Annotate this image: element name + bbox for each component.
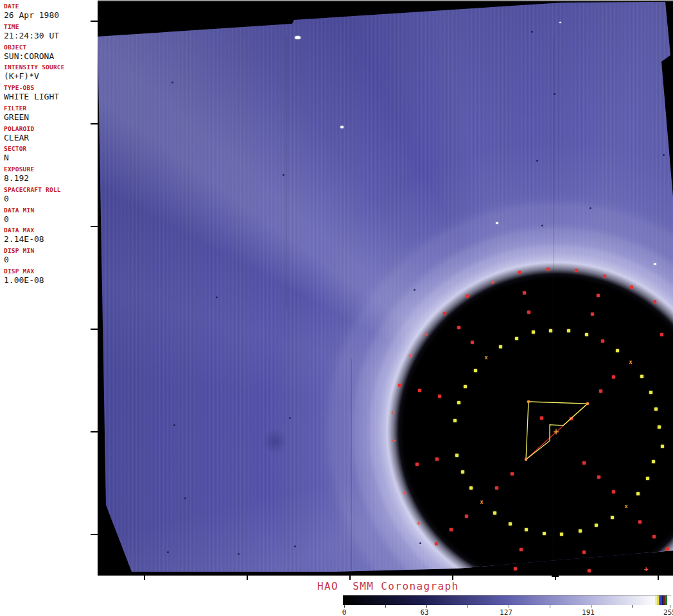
left-axis-tick [91, 431, 98, 432]
colorbar-tick [509, 605, 509, 608]
metadata-row: SPACECRAFT ROLL 0 [4, 187, 98, 203]
metadata-label: INTENSITY SOURCE [4, 64, 98, 71]
metadata-value: 0 [4, 194, 98, 203]
metadata-value: CLEAR [4, 133, 98, 142]
metadata-label: EXPOSURE [4, 166, 98, 173]
metadata-label: SECTOR [4, 146, 98, 152]
colorbar-tick-label: 0 [342, 608, 347, 616]
metadata-row: DATE 26 Apr 1980 [4, 3, 98, 20]
frame-top-edge-line [98, 0, 673, 1]
metadata-label: POLAROID [4, 126, 98, 132]
metadata-row: TYPE-OBS WHITE LIGHT [4, 85, 98, 101]
metadata-value: 1.00E-08 [4, 276, 98, 285]
bottom-axis-cross-tick [552, 576, 559, 577]
coronagraph-viewer: DATE 26 Apr 1980 TIME 21:24:30 UT OBJECT… [0, 0, 673, 616]
metadata-value: 8.192 [4, 174, 98, 183]
metadata-label: DISP MAX [4, 268, 98, 275]
colorbar-tick [632, 605, 633, 608]
intensity-colorbar: 063127191255 [343, 595, 671, 605]
colorbar-tick [670, 605, 670, 608]
metadata-value: WHITE LIGHT [4, 92, 98, 101]
metadata-value: N [4, 153, 98, 162]
metadata-label: TYPE-OBS [4, 85, 98, 91]
bottom-axis-tick [144, 574, 145, 580]
metadata-label: OBJECT [4, 44, 98, 51]
colorbar-tick [385, 605, 386, 608]
metadata-row: DATA MIN 0 [4, 207, 98, 224]
colorbar-tick-label: 191 [582, 608, 595, 616]
metadata-row: TIME 21:24:30 UT [4, 24, 98, 40]
metadata-row: POLAROID CLEAR [4, 126, 98, 142]
metadata-row: SECTOR N [4, 146, 98, 162]
left-axis-tick [91, 329, 98, 330]
colorbar-end-stripe [665, 595, 667, 605]
annotation-overlay [98, 0, 673, 576]
colorbar-end-stripes [655, 595, 667, 605]
metadata-row: OBJECT SUN:CORONA [4, 44, 98, 61]
metadata-value: 0 [4, 215, 98, 224]
left-axis-tick [91, 123, 98, 124]
colorbar-tick-label: 127 [500, 608, 512, 616]
left-axis-tick [91, 21, 98, 22]
metadata-label: DISP MIN [4, 248, 98, 254]
colorbar-tick [468, 605, 468, 608]
metadata-label: DATE [4, 3, 98, 10]
colorbar-tick-label: 63 [420, 608, 428, 616]
bottom-axis-tick [452, 574, 453, 580]
metadata-row: EXPOSURE 8.192 [4, 166, 98, 183]
metadata-row: DISP MAX 1.00E-08 [4, 268, 98, 285]
instrument-title: HAO SMM Coronagraph [317, 580, 459, 592]
metadata-value: 21:24:30 UT [4, 31, 98, 40]
metadata-row: DATA MAX 2.14E-08 [4, 227, 98, 244]
metadata-row: FILTER GREEN [4, 105, 98, 122]
left-axis-tick [91, 534, 98, 535]
colorbar-tick [426, 605, 427, 608]
metadata-label: DATA MAX [4, 227, 98, 234]
metadata-value: 0 [4, 255, 98, 264]
bottom-axis-tick [349, 574, 351, 580]
bottom-axis-tick [247, 574, 248, 580]
metadata-label: FILTER [4, 105, 98, 112]
metadata-sidebar: DATE 26 Apr 1980 TIME 21:24:30 UT OBJECT… [0, 0, 98, 616]
image-viewport: ++++++++xxxx [98, 0, 673, 576]
metadata-label: TIME [4, 24, 98, 30]
colorbar-tick-label: 255 [663, 608, 673, 616]
metadata-value: 26 Apr 1980 [4, 11, 98, 20]
metadata-value: GREEN [4, 113, 98, 122]
metadata-value: SUN:CORONA [4, 52, 98, 61]
metadata-value: (K+F)*V [4, 72, 98, 81]
left-axis-tick [91, 226, 98, 227]
colorbar-tick [344, 605, 345, 608]
metadata-row: INTENSITY SOURCE (K+F)*V [4, 64, 98, 81]
colorbar-tick [591, 605, 591, 608]
metadata-value: 2.14E-08 [4, 235, 98, 244]
metadata-label: SPACECRAFT ROLL [4, 187, 98, 193]
metadata-row: DISP MIN 0 [4, 248, 98, 264]
metadata-label: DATA MIN [4, 207, 98, 214]
bottom-axis-tick [658, 574, 659, 580]
colorbar-tick [550, 605, 550, 608]
